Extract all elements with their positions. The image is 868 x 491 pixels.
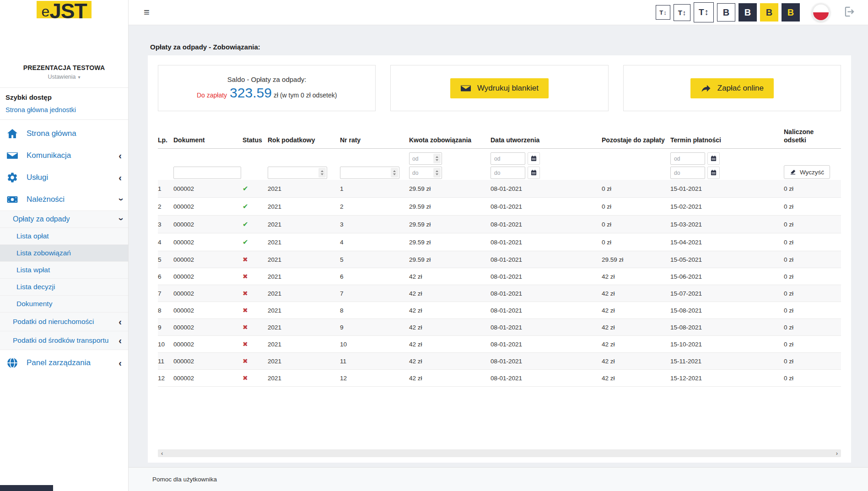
horizontal-scrollbar[interactable]: ‹ › [158,449,841,457]
polish-flag-icon[interactable] [812,3,830,22]
filter-kwota-od-field[interactable] [410,153,432,164]
cell-status: ✔ [243,180,268,198]
sidebar-item-panel-zarzadzania[interactable]: Panel zarządzania ‹ [0,351,128,375]
submenu-item-lista-oplat[interactable]: Lista opłat [0,227,128,244]
cell-lp: 11 [158,353,173,370]
spinner-icon[interactable] [433,154,441,163]
contrast-yellow-button[interactable]: B [760,3,778,22]
filter-rok-field[interactable] [268,167,318,178]
app-logo[interactable]: eJST [37,1,91,18]
chevron-down-icon: ‹ [117,198,124,201]
cell-odsetki: 0 zł [784,216,841,233]
sidebar-item-komunikacja[interactable]: Komunikacja ‹ [0,145,128,167]
sidebar-menu: Strona główna Komunikacja ‹ Usługi ‹ Nal… [0,123,128,210]
spinner-icon[interactable] [433,168,441,178]
page-footer: Pomoc dla użytkownika [129,467,868,491]
pay-online-label: Zapłać online [717,84,764,93]
filter-dokument-input[interactable] [173,167,241,179]
cell-kwota: 42 zł [409,370,491,387]
status-unpaid-icon: ✖ [243,290,248,297]
cell-pozostaje: 29.59 zł [602,251,670,268]
filter-rok-input[interactable] [268,167,327,179]
pay-online-button[interactable]: Zapłać online [690,78,774,98]
scroll-right-icon[interactable]: › [836,450,838,456]
cell-kwota: 29.59 zł [409,180,491,198]
cell-lp: 2 [158,198,173,216]
cell-kwota: 42 zł [409,353,491,370]
cell-data_utworzenia: 08-01-2021 [491,251,602,268]
status-paid-icon: ✔ [243,238,248,246]
contrast-dark-button[interactable]: B [739,3,757,22]
cell-data_utworzenia: 08-01-2021 [491,268,602,285]
logo-jst: JST [49,4,86,18]
cell-lp: 9 [158,319,173,336]
sidebar-link-unit-home[interactable]: Strona główna jednostki [5,106,123,113]
filter-nr-raty-field[interactable] [340,167,390,178]
calendar-icon[interactable] [528,167,540,179]
logout-icon[interactable] [844,5,856,19]
cell-kwota: 42 zł [409,302,491,319]
filter-nr-raty-input[interactable] [340,167,399,179]
scroll-left-icon[interactable]: ‹ [161,450,163,456]
cell-dokument: 000002 [173,233,243,251]
cell-pozostaje: 42 zł [602,353,670,370]
quick-access-heading: Szybki dostęp [5,93,123,101]
cell-nr_raty: 3 [340,216,409,233]
filter-data-do-input[interactable] [491,167,525,179]
filter-kwota-do-field[interactable] [410,167,432,178]
cell-status: ✖ [243,319,268,336]
font-size-large-button[interactable]: T↕ [694,2,714,22]
font-size-medium-button[interactable]: T↕ [674,4,690,21]
submenu-item-lista-wplat[interactable]: Lista wpłat [0,261,128,278]
calendar-icon[interactable] [528,152,540,165]
cell-status: ✖ [243,285,268,302]
cell-lp: 12 [158,370,173,387]
submenu-item-podatki-nieruchomosci[interactable]: Podatki od nieruchomości ‹ [0,312,128,331]
filter-data-od-input[interactable] [491,152,525,165]
sidebar-item-home[interactable]: Strona główna [0,123,128,145]
spinner-icon[interactable] [391,168,398,178]
submenu-item-label: Lista decyzji [16,283,55,291]
table-row: 2000002✔2021229.59 zł08-01-20210 zł15-02… [158,198,841,216]
contrast-dark-yellow-button[interactable]: B [782,3,800,22]
submenu-item-lista-decyzji[interactable]: Lista decyzji [0,278,128,295]
filter-kwota-od-input[interactable] [409,152,442,165]
submenu-item-oplaty-za-odpady[interactable]: Opłaty za odpady ‹ [0,210,128,227]
gear-icon [6,172,18,183]
col-rok-podatkowy: Rok podatkowy [268,128,340,149]
submenu-item-lista-zobowiazan[interactable]: Lista zobowiązań [0,244,128,261]
submenu-item-podatki-transport[interactable]: Podatki od środków transportu ‹ [0,331,128,350]
print-form-button[interactable]: Wydrukuj blankiet [450,78,549,98]
table-row: 6000002✖2021642 zł08-01-202142 zł15-06-2… [158,268,841,285]
settings-dropdown[interactable]: Ustawienia ▾ [48,74,80,80]
cell-termin: 15-08-2021 [670,319,784,336]
main-content: Opłaty za odpady - Zobowiązania: Saldo -… [129,25,868,467]
cell-data_utworzenia: 08-01-2021 [491,233,602,251]
submenu-item-label: Lista wpłat [16,266,50,274]
accessibility-toolbar: T↕ T↕ T↕ B B B B [656,2,800,22]
submenu-item-dokumenty[interactable]: Dokumenty [0,295,128,312]
calendar-icon[interactable] [707,152,720,165]
font-size-small-button[interactable]: T↕ [656,5,670,20]
cell-odsetki: 0 zł [784,370,841,387]
cell-odsetki: 0 zł [784,285,841,302]
clear-filters-button[interactable]: Wyczyść [784,165,830,179]
spinner-icon[interactable] [318,168,326,178]
calendar-icon[interactable] [707,167,720,179]
table-body: 1000002✔2021129.59 zł08-01-20210 zł15-01… [158,180,841,387]
sidebar-item-naleznosci[interactable]: Należności ‹ [0,189,128,210]
print-form-label: Wydrukuj blankiet [477,84,539,93]
sidebar-item-label: Należności [27,195,65,204]
status-unpaid-icon: ✖ [243,307,248,314]
menu-icon[interactable]: ≡ [144,7,150,17]
contrast-default-button[interactable]: B [717,3,735,22]
cell-odsetki: 0 zł [784,180,841,198]
filter-kwota-do-input[interactable] [409,167,442,179]
sidebar-item-uslugi[interactable]: Usługi ‹ [0,167,128,189]
sidebar-bottom-bar [0,485,53,491]
cell-nr_raty: 9 [340,319,409,336]
quick-access: Szybki dostęp Strona główna jednostki [0,88,128,113]
filter-termin-od-input[interactable] [670,152,705,165]
cell-status: ✖ [243,302,268,319]
filter-termin-do-input[interactable] [670,167,705,179]
